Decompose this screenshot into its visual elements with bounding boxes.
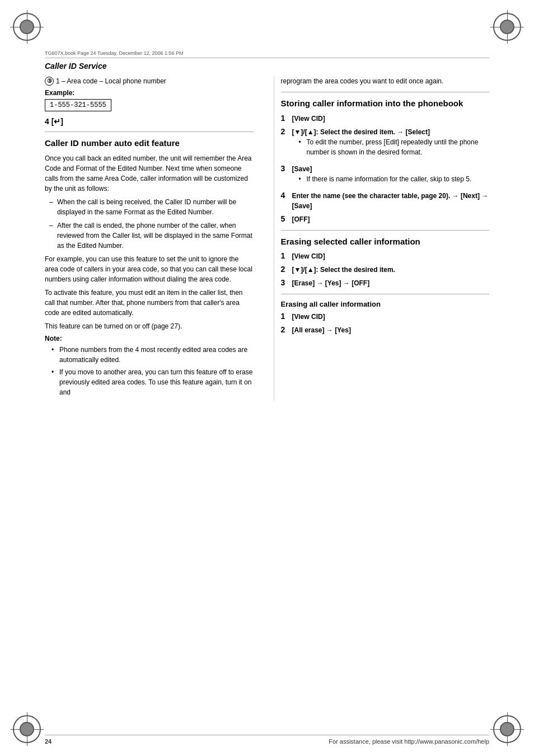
storing-step3-num: 3 [281,164,289,173]
erasing-all-step2: 2 [All erase] → [Yes] [281,325,490,335]
erasing-all-step1: 1 [View CID] [281,312,490,322]
erasing-all-step1-num: 1 [281,312,289,321]
storing-step5-text: [OFF] [292,214,490,224]
erasing-step3-text: [Erase] → [Yes] → [OFF] [292,278,490,288]
section-title: Caller ID Service [45,62,489,71]
note-bullets: Phone numbers from the 4 most recently e… [51,345,254,397]
storing-step5-num: 5 [281,214,289,223]
storing-step1: 1 [View CID] [281,114,490,124]
erasing-step3: 3 [Erase] → [Yes] → [OFF] [281,278,490,288]
note-bullet-2: If you move to another area, you can tur… [51,367,254,397]
erasing-all-step2-text: [All erase] → [Yes] [292,325,490,335]
step3-circle-num: ③ [45,77,54,86]
header-text: TG607X.book Page 24 Tuesday, December 12… [45,50,184,56]
divider-right-3 [281,294,490,294]
step4-icon: [↵] [51,117,63,126]
erasing-step2-num: 2 [281,265,289,274]
erasing-heading: Erasing selected caller information [281,236,490,247]
left-column: ③ 1 – Area code – Local phone number Exa… [45,76,260,401]
erasing-step1-text: [View CID] [292,251,490,261]
content-area: Caller ID Service ③ 1 – Area code – Loca… [45,62,489,722]
storing-step2-bullet: To edit the number, press [Edit] repeate… [299,137,490,157]
dash-item-1: When the call is being received, the Cal… [49,197,254,217]
erasing-all-step1-text: [View CID] [292,312,490,322]
erasing-step2: 2 [▼]/[▲]: Select the desired item. [281,265,490,275]
erasing-all-step2-num: 2 [281,325,289,334]
step3-text: 1 – Area code – Local phone number [56,77,166,85]
storing-step2-text: [▼]/[▲]: Select the desired item. → [Sel… [292,128,430,136]
header-line: TG607X.book Page 24 Tuesday, December 12… [45,50,489,58]
erasing-step1-num: 1 [281,251,289,260]
divider-right-2 [281,230,490,231]
footer-text: For assistance, please visit http://www.… [329,738,489,745]
dash-item-2: After the call is ended, the phone numbe… [49,220,254,251]
page: TG607X.book Page 24 Tuesday, December 12… [0,0,534,756]
erasing-step3-num: 3 [281,278,289,287]
right-column: reprogram the area codes you want to edi… [274,76,490,401]
step3-circle: ③ 1 – Area code – Local phone number [45,77,166,86]
storing-step4-text: Enter the name (see the character table,… [292,191,490,211]
caller-id-para1: Once you call back an edited number, the… [45,153,254,194]
storing-step5: 5 [OFF] [281,214,490,224]
footer: 24 For assistance, please visit http://w… [45,735,489,745]
corner-mark-br [490,712,524,746]
divider-right-1 [281,92,490,92]
corner-mark-bl [10,712,44,746]
storing-step1-num: 1 [281,114,289,123]
storing-step4-num: 4 [281,191,289,200]
note-heading: Note: [45,335,254,342]
footer-page-number: 24 [45,738,51,745]
storing-heading: Storing caller information into the phon… [281,98,490,109]
storing-step3-bullets: If there is name information for the cal… [299,174,490,184]
storing-step3-bullet: If there is name information for the cal… [299,174,490,184]
caller-id-para3: To activate this feature, you must edit … [45,288,254,318]
erasing-step1: 1 [View CID] [281,251,490,261]
two-columns: ③ 1 – Area code – Local phone number Exa… [45,76,489,401]
caller-id-para4: This feature can be turned on or off (pa… [45,321,254,331]
step4: 4 [↵] [45,117,254,126]
storing-step2-num: 2 [281,127,289,136]
phone-example: 1-555-321-5555 [45,99,111,111]
note-bullet-1: Phone numbers from the 4 most recently e… [51,345,254,365]
caller-id-feature-heading: Caller ID number auto edit feature [45,138,254,149]
storing-step2-bullets: To edit the number, press [Edit] repeate… [299,137,490,157]
corner-mark-tr [490,10,524,44]
storing-step2: 2 [▼]/[▲]: Select the desired item. → [S… [281,127,490,161]
storing-step3: 3 [Save] If there is name information fo… [281,164,490,187]
corner-mark-tl [10,10,44,44]
storing-step4: 4 Enter the name (see the character tabl… [281,191,490,211]
right-top-text: reprogram the area codes you want to edi… [281,76,490,86]
example-label: Example: [45,89,254,97]
erasing-step2-text: [▼]/[▲]: Select the desired item. [292,265,490,275]
caller-id-para2: For example, you can use this feature to… [45,254,254,284]
storing-step3-text: [Save] [292,165,312,173]
divider1 [45,132,254,132]
storing-step1-text: [View CID] [292,114,490,124]
erasing-all-heading: Erasing all caller information [281,300,490,308]
step4-num: 4 [45,117,49,126]
